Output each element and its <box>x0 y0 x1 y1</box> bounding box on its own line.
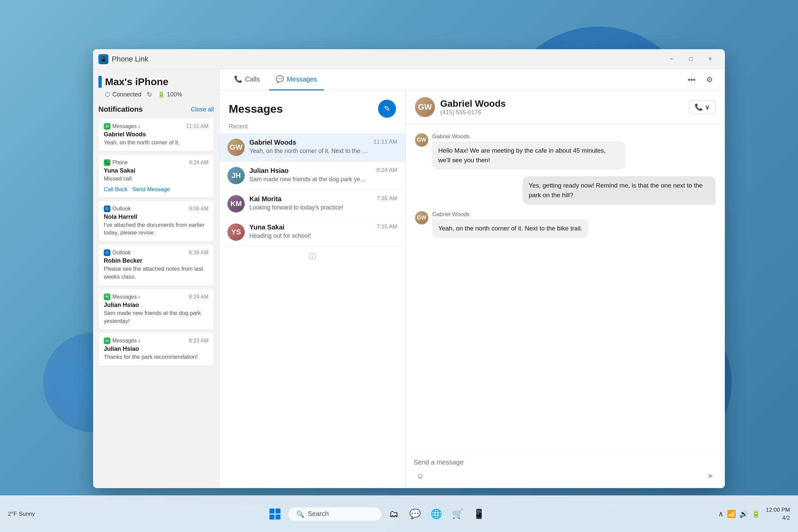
chat-messages: GW Gabriel Woods Hello Max! We are meeti… <box>406 124 725 453</box>
message-time: 11:11 AM <box>374 139 397 146</box>
network-icon[interactable]: 📶 <box>727 510 736 518</box>
chat-message-outgoing: Yes, getting ready now! Remind me, is th… <box>415 176 716 205</box>
notification-item: O Outlook 9:06 AM Nola Harrell I've atta… <box>98 201 214 242</box>
chat-panel: GW Gabriel Woods (415) 555-0176 📞 ∨ <box>406 91 725 488</box>
messages-footer: ⓘ <box>220 246 405 267</box>
messages-tab-label: Messages <box>287 75 317 83</box>
chat-message-incoming: GW Gabriel Woods Hello Max! We are meeti… <box>415 133 716 170</box>
send-message-button[interactable]: Send Message <box>132 186 170 193</box>
svg-rect-2 <box>269 514 274 519</box>
notification-item: ✉ Messages › 8:23 AM Julian Hsiao Thanks… <box>98 333 214 366</box>
chat-header-left: GW Gabriel Woods (415) 555-0176 <box>415 97 506 117</box>
message-input[interactable] <box>414 458 717 466</box>
emoji-button[interactable]: ☺ <box>414 470 427 483</box>
messages-app-icon: ✉ <box>104 338 110 344</box>
notif-app-label: ✉ Messages › <box>104 338 140 344</box>
svg-rect-0 <box>269 508 274 513</box>
taskbar-icon-store[interactable]: 🛒 <box>449 506 467 523</box>
battery-level: 100% <box>167 91 182 98</box>
messages-panel-header: Messages ✎ <box>220 91 405 123</box>
start-button[interactable] <box>266 505 284 524</box>
compose-button[interactable]: ✎ <box>378 100 396 118</box>
tab-messages[interactable]: 💬 Messages <box>269 69 324 91</box>
notif-header-row: ✉ Messages › 11:11 AM <box>104 123 208 130</box>
notif-time: 8:24 AM <box>189 294 208 300</box>
svg-rect-3 <box>275 514 280 519</box>
tabs-bar: 📞 Calls 💬 Messages ••• ⚙ <box>220 69 725 91</box>
settings-button[interactable]: ⚙ <box>702 73 717 87</box>
message-list-item[interactable]: YS Yuna Sakai 7:15 AM Heading out for sc… <box>220 218 405 246</box>
more-options-button[interactable]: ••• <box>684 73 699 87</box>
tab-calls[interactable]: 📞 Calls <box>227 69 266 91</box>
wifi-icon[interactable]: 🔊 <box>739 510 748 518</box>
send-button[interactable]: ➤ <box>704 470 717 483</box>
device-header: Max's iPhone <box>98 76 214 88</box>
call-button[interactable]: 📞 ∨ <box>689 100 716 114</box>
search-icon: 🔍 <box>296 510 305 518</box>
message-time: 7:15 AM <box>377 224 397 231</box>
notif-sender: Yuna Sakai <box>104 167 208 174</box>
notifications-title: Notifications <box>98 105 142 114</box>
taskbar-right: ∧ 📶 🔊 🔋 12:00 PM 4/2 <box>718 506 790 522</box>
recent-label: Recent <box>220 123 405 133</box>
sender-label: Gabriel Woods <box>432 211 588 218</box>
taskbar-icon-browser[interactable]: 🌐 <box>428 506 445 523</box>
phone-app-icon: 📞 <box>104 159 110 166</box>
contact-avatar: GW <box>227 139 245 156</box>
outlook-app-icon: O <box>104 249 110 256</box>
message-bubble-wrapper: Gabriel Woods Yeah, on the north corner … <box>432 211 588 238</box>
chat-contact-info: Gabriel Woods (415) 555-0176 <box>440 98 506 116</box>
chat-input-area: ☺ ➤ <box>406 453 725 488</box>
taskbar-icon-phonelink[interactable]: 📱 <box>471 506 488 523</box>
notif-sender: Robin Becker <box>104 258 208 264</box>
notif-app-label: O Outlook <box>104 206 131 212</box>
sender-avatar: GW <box>415 133 428 147</box>
svg-rect-1 <box>275 508 280 513</box>
taskbar-icon-widgets[interactable]: 🗂 <box>385 506 403 523</box>
bluetooth-icon: ⬡ <box>105 91 110 98</box>
volume-icon[interactable]: 🔋 <box>752 510 760 518</box>
taskbar-icon-chat[interactable]: 💬 <box>407 506 424 523</box>
app-window: 📱 Phone Link − □ × Max's iPhone ⬡ Connec… <box>93 49 725 488</box>
close-all-button[interactable]: Close all <box>191 106 214 113</box>
message-list-item[interactable]: JH Julian Hsiao 8:24 AM Sam made new fri… <box>220 162 405 190</box>
message-content: Kai Morita 7:35 AM Looking forward to to… <box>249 195 397 211</box>
system-clock[interactable]: 12:00 PM 4/2 <box>766 506 790 522</box>
message-list-item[interactable]: KM Kai Morita 7:35 AM Looking forward to… <box>220 190 405 218</box>
sidebar: Max's iPhone ⬡ Connected ↻ 🔋 100% Notifi <box>93 69 220 488</box>
battery-status: 🔋 100% <box>158 91 182 98</box>
message-bubble: Yes, getting ready now! Remind me, is th… <box>523 176 716 205</box>
notif-message: Thanks for the park recommendation! <box>104 353 208 361</box>
call-dropdown-icon: ∨ <box>705 103 710 111</box>
close-button[interactable]: × <box>701 53 720 66</box>
notif-time: 9:06 AM <box>189 206 208 212</box>
taskbar-center: 🔍 Search 🗂 💬 🌐 🛒 📱 <box>266 505 488 524</box>
message-bubble-wrapper: Gabriel Woods Hello Max! We are meeting … <box>432 133 625 170</box>
message-time: 8:24 AM <box>377 167 397 174</box>
expand-tray-icon[interactable]: ∧ <box>718 510 723 518</box>
messages-app-icon: ✉ <box>104 123 110 130</box>
taskbar-search-bar[interactable]: 🔍 Search <box>288 507 381 521</box>
search-label: Search <box>308 510 329 518</box>
maximize-button[interactable]: □ <box>682 53 700 66</box>
contact-name: Julian Hsiao <box>249 167 289 174</box>
contact-avatar: YS <box>227 224 245 241</box>
notification-item: 📞 Phone 9:24 AM Yuna Sakai Missed call C… <box>98 155 214 197</box>
phone-icon: 📞 <box>695 103 703 111</box>
notif-header-row: 📞 Phone 9:24 AM <box>104 159 208 166</box>
message-list-item[interactable]: GW Gabriel Woods 11:11 AM Yeah, on the n… <box>220 133 405 162</box>
notif-app-label: O Outlook <box>104 249 131 256</box>
notif-time: 8:23 AM <box>189 338 208 344</box>
notif-message: Please see the attached notes from last … <box>104 265 208 281</box>
message-time: 7:35 AM <box>377 195 397 203</box>
weather-condition: Sunny <box>19 511 35 517</box>
sender-avatar: GW <box>415 211 428 225</box>
notif-header-row: ✉ Messages › 8:24 AM <box>104 293 208 300</box>
notif-message: Missed call <box>104 175 208 183</box>
tabs-left: 📞 Calls 💬 Messages <box>227 69 324 91</box>
info-icon[interactable]: ⓘ <box>309 252 316 262</box>
minimize-button[interactable]: − <box>662 53 681 66</box>
call-back-button[interactable]: Call Back <box>104 186 128 193</box>
calls-tab-label: Calls <box>245 75 260 83</box>
refresh-icon[interactable]: ↻ <box>147 91 152 98</box>
